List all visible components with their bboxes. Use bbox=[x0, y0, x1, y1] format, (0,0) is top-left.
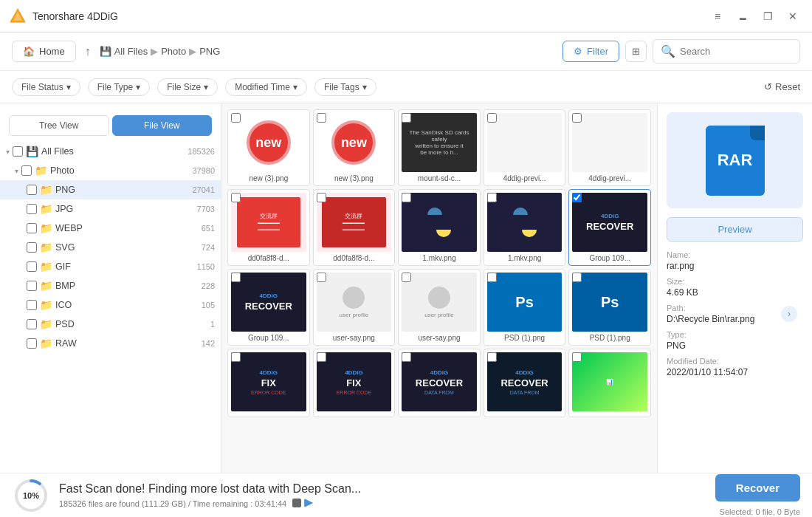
filter-button[interactable]: ⚙ Filter bbox=[562, 41, 619, 62]
file-checkbox-9[interactable] bbox=[487, 193, 497, 202]
file-checkbox-18[interactable] bbox=[402, 352, 411, 362]
file-thumb-2[interactable]: new new (3).png bbox=[313, 109, 396, 186]
breadcrumb-png[interactable]: PNG bbox=[199, 46, 220, 57]
file-thumb-12[interactable]: user profile user-say.png bbox=[313, 269, 396, 346]
file-thumb-6[interactable]: 交流群━━━━━━━━━━━━ dd0fa8f8-d... bbox=[227, 189, 310, 266]
file-checkbox-16[interactable] bbox=[231, 352, 241, 362]
file-thumb-7[interactable]: 交流群━━━━━━━━━━━━ dd0fa8f8-d... bbox=[313, 189, 396, 266]
file-thumb-3[interactable]: The SanDisk SD cards safelywritten to en… bbox=[398, 109, 481, 186]
file-thumb-16[interactable]: 4DDiG FIX ERROR CODE bbox=[227, 349, 310, 417]
file-checkbox-13[interactable] bbox=[402, 273, 411, 282]
recover-action-2: RECOVER bbox=[245, 301, 292, 312]
file-thumb-4[interactable]: 4ddig-previ... bbox=[484, 109, 566, 186]
svg-checkbox[interactable] bbox=[27, 242, 37, 253]
bmp-label: BMP bbox=[55, 281, 75, 291]
photo-checkbox[interactable] bbox=[21, 165, 32, 176]
sidebar-item-jpg[interactable]: 📁 JPG 7703 bbox=[0, 199, 221, 219]
pause-button[interactable] bbox=[292, 499, 301, 507]
allfiles-checkbox[interactable] bbox=[13, 146, 23, 157]
file-label-12: user-say.png bbox=[317, 334, 392, 342]
ico-checkbox[interactable] bbox=[27, 300, 37, 310]
file-checkbox-17[interactable] bbox=[317, 352, 326, 362]
sidebar-item-ico[interactable]: 📁 ICO 105 bbox=[0, 295, 221, 315]
file-size-chevron: ▾ bbox=[204, 82, 208, 92]
sidebar-item-bmp[interactable]: 📁 BMP 228 bbox=[0, 276, 221, 295]
file-image-14: Ps bbox=[487, 273, 562, 332]
psd-checkbox[interactable] bbox=[27, 319, 37, 329]
file-checkbox-20[interactable] bbox=[572, 352, 582, 362]
breadcrumb-photo[interactable]: Photo bbox=[161, 46, 186, 57]
svg-count: 724 bbox=[202, 243, 215, 252]
file-thumb-10[interactable]: 4DDiG RECOVER Group 109... bbox=[568, 189, 651, 266]
file-checkbox-15[interactable] bbox=[572, 273, 582, 282]
file-thumb-19[interactable]: 4DDiG RECOVER DATA FROM bbox=[484, 349, 566, 417]
close-button[interactable]: ✕ bbox=[782, 6, 803, 27]
tree-view-button[interactable]: Tree View bbox=[9, 115, 109, 136]
file-checkbox-5[interactable] bbox=[572, 113, 582, 123]
modified-time-filter[interactable]: Modified Time ▾ bbox=[225, 78, 307, 96]
file-checkbox-7[interactable] bbox=[317, 193, 326, 202]
expand-path-button[interactable]: › bbox=[781, 306, 797, 322]
minimize-button[interactable]: 🗕 bbox=[732, 6, 753, 27]
rar-icon-corner bbox=[750, 126, 765, 140]
webp-checkbox[interactable] bbox=[27, 223, 37, 233]
file-checkbox-4[interactable] bbox=[487, 113, 497, 123]
nav-right: ⚙ Filter ⊞ 🔍 bbox=[562, 39, 800, 64]
file-checkbox-14[interactable] bbox=[487, 273, 497, 282]
preview-button[interactable]: Preview bbox=[667, 217, 803, 242]
file-thumb-8[interactable]: 1.mkv.png bbox=[398, 189, 481, 266]
reset-button[interactable]: ↺ Reset bbox=[764, 81, 800, 92]
sidebar-item-raw[interactable]: 📁 RAW 142 bbox=[0, 334, 221, 353]
raw-checkbox[interactable] bbox=[27, 338, 37, 349]
file-status-filter[interactable]: File Status ▾ bbox=[12, 78, 80, 96]
breadcrumb-allfiles[interactable]: All Files bbox=[114, 46, 148, 57]
sidebar-item-png[interactable]: 📁 PNG 27041 bbox=[0, 180, 221, 199]
file-checkbox-10[interactable] bbox=[572, 193, 582, 202]
file-checkbox-2[interactable] bbox=[317, 113, 326, 123]
file-checkbox-3[interactable] bbox=[402, 113, 411, 123]
jpg-checkbox[interactable] bbox=[27, 204, 37, 214]
file-checkbox-12[interactable] bbox=[317, 273, 326, 282]
back-button[interactable]: ↑ bbox=[82, 42, 94, 61]
file-thumb-18[interactable]: 4DDiG RECOVER DATA FROM bbox=[398, 349, 481, 417]
file-thumb-9[interactable]: 1.mkv.png bbox=[484, 189, 566, 266]
file-checkbox-11[interactable] bbox=[231, 273, 241, 282]
sidebar-item-psd[interactable]: 📁 PSD 1 bbox=[0, 315, 221, 334]
file-checkbox-19[interactable] bbox=[487, 352, 497, 362]
restore-button[interactable]: ❐ bbox=[757, 6, 778, 27]
file-thumb-20[interactable]: 📊 bbox=[568, 349, 651, 417]
file-thumb-14[interactable]: Ps PSD (1).png bbox=[484, 269, 566, 346]
home-button[interactable]: 🏠 Home bbox=[12, 41, 76, 62]
file-thumb-5[interactable]: 4ddig-previ... bbox=[568, 109, 651, 186]
file-tags-filter[interactable]: File Tags ▾ bbox=[314, 78, 376, 96]
file-checkbox-8[interactable] bbox=[402, 193, 411, 202]
file-checkbox-1[interactable] bbox=[231, 113, 241, 123]
grid-view-button[interactable]: ⊞ bbox=[625, 41, 647, 62]
sidebar-item-gif[interactable]: 📁 GIF 1150 bbox=[0, 257, 221, 276]
selected-info: Selected: 0 file, 0 Byte bbox=[720, 507, 800, 516]
file-thumb-15[interactable]: Ps PSD (1).png bbox=[568, 269, 651, 346]
size-value: 4.69 KB bbox=[667, 287, 803, 298]
bmp-icon: 📁 bbox=[40, 280, 52, 292]
bmp-checkbox[interactable] bbox=[27, 281, 37, 291]
file-type-filter[interactable]: File Type ▾ bbox=[88, 78, 150, 96]
file-thumb-11[interactable]: 4DDiG RECOVER Group 109... bbox=[227, 269, 310, 346]
search-input[interactable] bbox=[680, 46, 791, 57]
file-view-button[interactable]: File View bbox=[112, 115, 213, 136]
file-checkbox-6[interactable] bbox=[231, 193, 241, 202]
gif-checkbox[interactable] bbox=[27, 261, 37, 272]
file-thumb-17[interactable]: 4DDiG FIX ERROR CODE bbox=[313, 349, 396, 417]
sidebar-item-photo[interactable]: ▾ 📁 Photo 37980 bbox=[0, 161, 221, 180]
recover-button[interactable]: Recover bbox=[715, 474, 800, 501]
file-thumb-1[interactable]: new new (3).png bbox=[227, 109, 310, 186]
file-thumb-13[interactable]: user profile user-say.png bbox=[398, 269, 481, 346]
sidebar-item-svg[interactable]: 📁 SVG 724 bbox=[0, 238, 221, 257]
sidebar-item-webp[interactable]: 📁 WEBP 651 bbox=[0, 219, 221, 238]
hamburger-button[interactable]: ≡ bbox=[707, 6, 728, 27]
play-button[interactable] bbox=[304, 499, 313, 507]
file-image-16: 4DDiG FIX ERROR CODE bbox=[231, 352, 306, 411]
png-checkbox[interactable] bbox=[27, 185, 37, 195]
breadcrumb: 💾 All Files ▶ Photo ▶ PNG bbox=[100, 46, 221, 57]
sidebar-item-allfiles[interactable]: ▾ 💾 All Files 185326 bbox=[0, 142, 221, 161]
file-size-filter[interactable]: File Size ▾ bbox=[157, 78, 218, 96]
